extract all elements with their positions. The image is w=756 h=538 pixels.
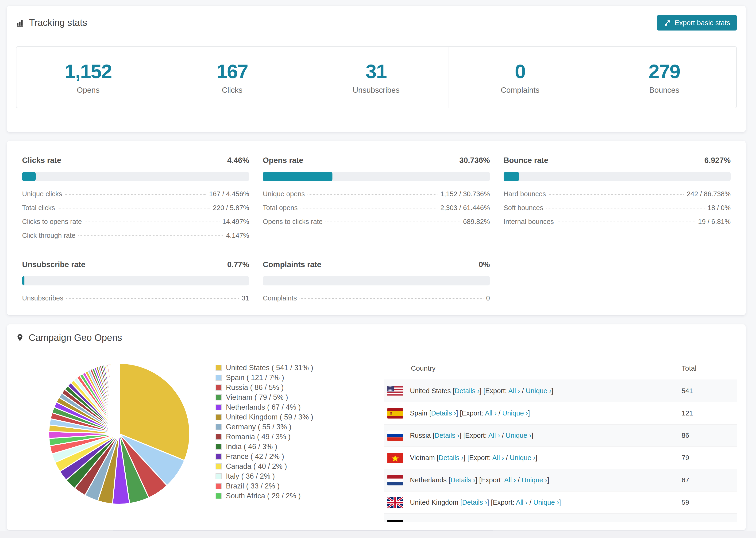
column-header-country: Country	[411, 364, 681, 372]
rate-progress-fill	[504, 172, 519, 181]
export-unique-link[interactable]: Unique ›	[521, 476, 547, 484]
stat-label: Clicks	[222, 86, 243, 95]
details-link[interactable]: Details ›	[442, 521, 466, 522]
country-name: United Kingdom	[410, 499, 458, 506]
legend-label: South Africa ( 29 / 2% )	[226, 492, 301, 500]
rate-detail-row: Hard bounces 242 / 86.738%	[504, 190, 730, 198]
rate-detail-label: Total opens	[263, 204, 297, 212]
details-link[interactable]: Details ›	[431, 409, 456, 417]
rate-detail-label: Unsubscribes	[22, 295, 63, 302]
country-name: Vietnam	[410, 454, 435, 461]
table-row-united-kingdom: United Kingdom [Details ›] [Export: All …	[384, 491, 737, 513]
rate-detail-row: Complaints 0	[263, 295, 490, 302]
rate-detail-value: 1,152 / 30.736%	[440, 190, 490, 198]
rates-grid: Clicks rate 4.46% Unique clicks 167 / 4.…	[22, 156, 730, 308]
tracking-stats-body: 1,152 Opens167 Clicks31 Unsubscribes0 Co…	[7, 40, 746, 108]
export-unique-link[interactable]: Unique ›	[510, 454, 536, 461]
legend-swatch	[216, 473, 222, 479]
total-cell: 67	[681, 476, 737, 484]
pie-legend: United States ( 541 / 31% ) Spain ( 121 …	[216, 357, 338, 522]
rate-progress-fill	[22, 276, 25, 286]
export-all-link[interactable]: All ›	[504, 476, 516, 484]
legend-label: Vietnam ( 79 / 5% )	[226, 393, 288, 402]
country-cell: United Kingdom [Details ›] [Export: All …	[384, 497, 681, 508]
tracking-stats-header: Tracking stats Export basic stats	[7, 6, 746, 40]
export-all-link[interactable]: All ›	[516, 499, 527, 506]
legend-swatch	[216, 365, 222, 371]
rate-detail-rows: Hard bounces 242 / 86.738% Soft bounces …	[504, 190, 730, 226]
total-cell: 59	[681, 499, 737, 506]
stat-value: 279	[648, 60, 680, 83]
export-unique-link[interactable]: Unique ›	[506, 432, 531, 439]
dotted-leader	[546, 208, 705, 208]
stat-label: Opens	[77, 86, 99, 95]
export-unique-link[interactable]: Unique ›	[513, 521, 539, 522]
rate-detail-value: 2,303 / 61.446%	[440, 204, 490, 212]
rate-progress-track	[22, 276, 249, 286]
rate-title: Complaints rate	[263, 260, 321, 269]
legend-item-united-states: United States ( 541 / 31% )	[216, 363, 338, 373]
dotted-leader	[300, 208, 438, 208]
stat-card-unsubscribes: 31 Unsubscribes	[304, 47, 448, 108]
export-unique-link[interactable]: Unique ›	[526, 387, 552, 395]
rate-value: 0.77%	[227, 260, 249, 269]
geo-header: Campaign Geo Opens	[7, 324, 746, 351]
dotted-leader	[78, 236, 223, 236]
country-cell: Russia [Details ›] [Export: All › / Uniq…	[384, 430, 681, 441]
details-link[interactable]: Details ›	[439, 454, 463, 461]
pie-slice	[119, 363, 119, 434]
export-unique-link[interactable]: Unique ›	[533, 499, 559, 506]
legend-label: Netherlands ( 67 / 4% )	[226, 403, 301, 411]
table-row-germany: Germany [Details ›] [Export: All › / Uni…	[384, 513, 737, 522]
country-links: Netherlands [Details ›] [Export: All › /…	[410, 476, 549, 484]
legend-swatch	[216, 375, 222, 381]
legend-item-south-africa: South Africa ( 29 / 2% )	[216, 491, 338, 501]
legend-item-netherlands: Netherlands ( 67 / 4% )	[216, 402, 338, 412]
rate-detail-label: Complaints	[263, 295, 297, 302]
stat-card-opens: 1,152 Opens	[17, 47, 160, 108]
dotted-leader	[85, 222, 220, 222]
rate-detail-rows: Unsubscribes 31	[22, 295, 249, 302]
details-link[interactable]: Details ›	[462, 499, 487, 506]
total-cell: 86	[681, 432, 737, 439]
legend-item-russia: Russia ( 86 / 5% )	[216, 383, 338, 393]
export-all-link[interactable]: All ›	[495, 521, 507, 522]
export-basic-stats-button[interactable]: Export basic stats	[657, 15, 737, 30]
rate-detail-label: Clicks to opens rate	[22, 218, 82, 226]
details-link[interactable]: Details ›	[451, 476, 475, 484]
export-unique-link[interactable]: Unique ›	[502, 409, 528, 417]
export-all-link[interactable]: All ›	[488, 432, 500, 439]
rate-detail-value: 689.82%	[463, 218, 490, 226]
export-icon	[664, 19, 671, 26]
details-link[interactable]: Details ›	[455, 387, 479, 395]
dotted-leader	[557, 222, 695, 222]
rate-detail-value: 167 / 4.456%	[209, 190, 249, 198]
tracking-stats-title-text: Tracking stats	[29, 17, 87, 28]
country-cell: Germany [Details ›] [Export: All › / Uni…	[384, 520, 681, 522]
column-header-total: Total	[681, 364, 737, 372]
legend-label: India ( 46 / 3% )	[226, 443, 277, 451]
country-name: United States	[410, 387, 451, 395]
country-links: United States [Details ›] [Export: All ›…	[410, 387, 553, 395]
country-links: Russia [Details ›] [Export: All › / Uniq…	[410, 432, 533, 439]
flag-icon-nl	[387, 475, 403, 485]
rate-value: 4.46%	[227, 156, 249, 165]
country-links: Germany [Details ›] [Export: All › / Uni…	[410, 521, 540, 522]
rate-progress-track	[263, 276, 490, 286]
export-all-link[interactable]: All ›	[485, 409, 497, 417]
rate-value: 6.927%	[704, 156, 730, 165]
legend-item-united-kingdom: United Kingdom ( 59 / 3% )	[216, 412, 338, 422]
legend-swatch	[216, 414, 222, 420]
legend-label: United Kingdom ( 59 / 3% )	[226, 413, 313, 421]
legend-label: France ( 42 / 2% )	[226, 452, 284, 461]
rate-progress-track	[504, 172, 730, 181]
details-link[interactable]: Details ›	[435, 432, 459, 439]
export-all-link[interactable]: All ›	[508, 387, 520, 395]
legend-item-canada: Canada ( 40 / 2% )	[216, 461, 338, 471]
stat-card-group: 1,152 Opens167 Clicks31 Unsubscribes0 Co…	[16, 46, 737, 108]
total-cell: 55	[681, 521, 737, 522]
table-row-russia: Russia [Details ›] [Export: All › / Uniq…	[384, 424, 737, 447]
country-links: Spain [Details ›] [Export: All › / Uniqu…	[410, 409, 530, 417]
export-all-link[interactable]: All ›	[492, 454, 504, 461]
geo-table-header: Country Total	[384, 357, 737, 380]
